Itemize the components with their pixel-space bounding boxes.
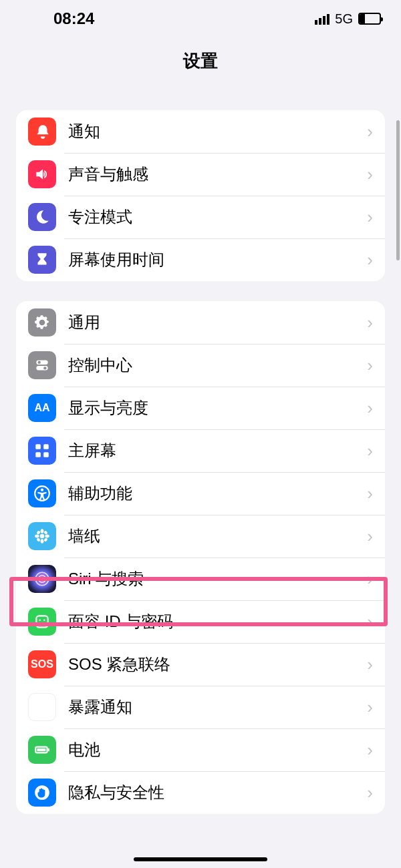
status-bar: 08:24 5G	[0, 0, 401, 37]
face-icon	[28, 608, 56, 636]
row-label: 暴露通知	[68, 696, 367, 718]
hand-icon	[28, 779, 56, 807]
settings-row-faceid[interactable]: 面容 ID 与密码›	[16, 600, 385, 643]
battery-icon	[358, 13, 381, 25]
settings-row-notifications[interactable]: 通知›	[16, 110, 385, 153]
battery-icon	[28, 736, 56, 764]
settings-row-sounds[interactable]: 声音与触感›	[16, 153, 385, 196]
gear-icon	[28, 308, 56, 337]
settings-group: 通知›声音与触感›专注模式›屏幕使用时间›	[16, 110, 385, 281]
chevron-right-icon: ›	[367, 697, 373, 718]
accessibility-icon	[28, 479, 56, 507]
chevron-right-icon: ›	[367, 612, 373, 632]
chevron-right-icon: ›	[367, 526, 373, 547]
status-right: 5G	[315, 11, 381, 27]
switches-icon	[28, 351, 56, 379]
siri-icon	[28, 565, 56, 593]
settings-row-display[interactable]: AA显示与亮度›	[16, 387, 385, 429]
chevron-right-icon: ›	[367, 355, 373, 376]
scroll-indicator[interactable]	[396, 120, 400, 260]
speaker-icon	[28, 160, 56, 188]
row-label: 通知	[68, 121, 367, 142]
hourglass-icon	[28, 246, 56, 274]
grid-icon	[28, 437, 56, 465]
chevron-right-icon: ›	[367, 122, 373, 142]
settings-row-privacy[interactable]: 隐私与安全性›	[16, 771, 385, 814]
sos-icon: SOS	[28, 650, 56, 678]
row-label: 墙纸	[68, 525, 367, 547]
row-label: 专注模式	[68, 206, 367, 228]
moon-icon	[28, 203, 56, 231]
row-label: 通用	[68, 312, 367, 333]
settings-row-exposure[interactable]: 暴露通知›	[16, 686, 385, 728]
chevron-right-icon: ›	[367, 483, 373, 504]
chevron-right-icon: ›	[367, 207, 373, 228]
row-label: 主屏幕	[68, 440, 367, 461]
settings-row-wallpaper[interactable]: 墙纸›	[16, 515, 385, 558]
chevron-right-icon: ›	[367, 441, 373, 461]
chevron-right-icon: ›	[367, 654, 373, 675]
chevron-right-icon: ›	[367, 312, 373, 333]
settings-row-accessibility[interactable]: 辅助功能›	[16, 472, 385, 515]
chevron-right-icon: ›	[367, 569, 373, 590]
settings-row-screentime[interactable]: 屏幕使用时间›	[16, 238, 385, 281]
chevron-right-icon: ›	[367, 164, 373, 185]
settings-row-focus[interactable]: 专注模式›	[16, 196, 385, 238]
page-title: 设置	[0, 37, 401, 90]
chevron-right-icon: ›	[367, 398, 373, 419]
status-time: 08:24	[53, 9, 94, 28]
row-label: Siri 与搜索	[68, 568, 367, 590]
settings-row-sos[interactable]: SOSSOS 紧急联络›	[16, 643, 385, 686]
settings-row-general[interactable]: 通用›	[16, 301, 385, 344]
settings-row-battery[interactable]: 电池›	[16, 728, 385, 771]
row-label: 辅助功能	[68, 483, 367, 504]
chevron-right-icon: ›	[367, 250, 373, 270]
cellular-signal-icon	[315, 13, 329, 25]
chevron-right-icon: ›	[367, 740, 373, 761]
bell-icon	[28, 118, 56, 146]
home-indicator[interactable]	[134, 857, 267, 861]
row-label: SOS 紧急联络	[68, 654, 367, 675]
exposure-icon	[28, 693, 56, 721]
row-label: 显示与亮度	[68, 397, 367, 419]
flower-icon	[28, 522, 56, 550]
row-label: 声音与触感	[68, 164, 367, 185]
row-label: 隐私与安全性	[68, 782, 367, 803]
aa-icon: AA	[28, 394, 56, 422]
settings-row-siri[interactable]: Siri 与搜索›	[16, 558, 385, 600]
network-label: 5G	[335, 11, 353, 27]
settings-row-controlcenter[interactable]: 控制中心›	[16, 344, 385, 387]
row-label: 屏幕使用时间	[68, 249, 367, 270]
row-label: 控制中心	[68, 355, 367, 376]
row-label: 面容 ID 与密码	[68, 611, 367, 632]
chevron-right-icon: ›	[367, 783, 373, 803]
row-label: 电池	[68, 739, 367, 761]
settings-row-homescreen[interactable]: 主屏幕›	[16, 429, 385, 472]
settings-group: 通用›控制中心›AA显示与亮度›主屏幕›辅助功能›墙纸›Siri 与搜索›面容 …	[16, 301, 385, 814]
settings-list: 通知›声音与触感›专注模式›屏幕使用时间›通用›控制中心›AA显示与亮度›主屏幕…	[0, 110, 401, 814]
